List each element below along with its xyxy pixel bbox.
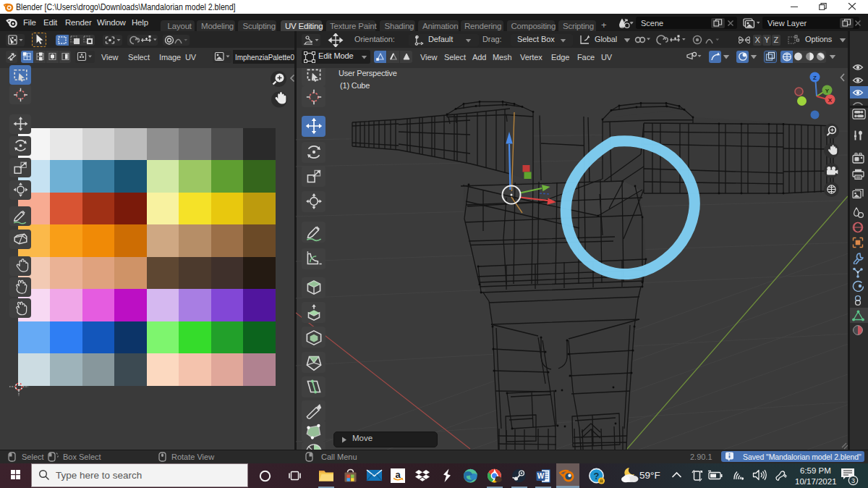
svg-text:Y: Y: [825, 88, 830, 94]
svg-text:3: 3: [851, 477, 855, 484]
svg-text:Z: Z: [813, 75, 817, 81]
svg-text:X: X: [828, 97, 833, 104]
svg-text:a: a: [395, 469, 401, 480]
svg-text:W: W: [537, 472, 545, 480]
